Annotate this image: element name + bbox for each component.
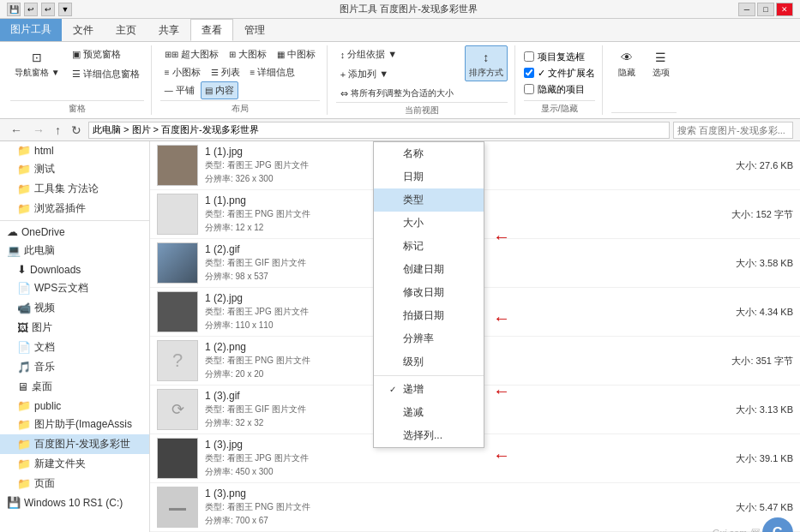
sort-by-size[interactable]: 大小 [374,212,484,235]
quick-access-icon[interactable]: 💾 [7,3,21,16]
options-controls: 👁 隐藏 ☰ 选项 [611,45,677,112]
preview-pane-button[interactable]: ▣ 预览窗格 [68,45,144,63]
sort-modified-label: 修改日期 [403,285,444,300]
sidebar-item-plugins[interactable]: 📁 浏览器插件 [0,199,149,218]
detail-pane-button[interactable]: ☰ 详细信息窗格 [68,65,144,83]
refresh-button[interactable]: ↻ [68,122,85,139]
computer-icon: 💻 [7,244,21,257]
hidden-items-input[interactable] [524,84,534,94]
item-checkbox-toggle[interactable]: 项目复选框 [524,51,585,63]
tab-share[interactable]: 共享 [147,19,190,41]
sidebar-item-label: html [34,145,54,157]
sidebar-item-label: 音乐 [34,360,55,374]
detail-btn[interactable]: ≡ 详细信息 [246,63,300,81]
file-item[interactable]: ▬▬ 1 (3).png 类型: 看图王 PNG 图片文件 分辨率: 700 x… [150,483,800,532]
sidebar-item-pictures[interactable]: 🖼 图片 [0,318,149,338]
minimize-button[interactable]: ─ [738,3,755,16]
navigation-pane-button[interactable]: ⊡ 导航窗格 ▼ [10,45,64,81]
sidebar-item-docs[interactable]: 📄 文档 [0,338,149,357]
sidebar-item-music[interactable]: 🎵 音乐 [0,357,149,377]
search-input[interactable] [673,122,793,139]
tab-view[interactable]: 查看 [190,19,233,41]
fit-all-cols-btn[interactable]: ⇔ 将所有列调整为合适的大小 [336,85,458,102]
medium-icon-btn[interactable]: ▦ 中图标 [273,45,320,63]
sidebar-item-video[interactable]: 📹 视频 [0,298,149,318]
address-input[interactable] [88,122,670,139]
sidebar-item-label: Downloads [30,264,81,276]
content-btn[interactable]: ▤ 内容 [201,81,238,99]
sort-by-created[interactable]: 创建日期 [374,258,484,281]
sidebar-item-label: 图片助手(ImageAssis [34,417,132,432]
item-checkbox-input[interactable] [524,51,534,62]
sidebar-item-html[interactable]: 📁 html [0,141,149,159]
tab-home[interactable]: 主页 [105,19,147,41]
extra-large-icon-btn[interactable]: ⊞⊞ 超大图标 [160,45,223,63]
sidebar-item-onedrive[interactable]: ☁ OneDrive [0,223,149,241]
sidebar-item-public[interactable]: 📁 public [0,397,149,415]
sidebar-item-page[interactable]: 📁 页面 [0,474,149,493]
large-icon-btn[interactable]: ⊞ 大图标 [225,45,271,63]
sidebar-item-toolkit[interactable]: 📁 工具集 方法论 [0,179,149,199]
sort-by-tag[interactable]: 标记 [374,235,484,258]
add-column-btn[interactable]: + 添加列 ▼ [336,65,458,83]
sidebar-item-windows[interactable]: 💾 Windows 10 RS1 (C:) [0,493,149,511]
dropdown-icon[interactable]: ▼ [58,3,72,16]
sort-by-taken[interactable]: 拍摄日期 [374,304,484,327]
undo-icon[interactable]: ↩ [24,3,38,16]
sidebar-item-this-pc[interactable]: 💻 此电脑 [0,241,149,260]
file-ext-toggle[interactable]: ✓ 文件扩展名 [524,67,595,80]
file-ext-label: ✓ 文件扩展名 [538,67,595,80]
tile-icon: — [165,86,173,95]
hidden-items-label: 隐藏的项目 [538,83,585,96]
tab-manage[interactable]: 管理 [233,19,276,41]
sidebar-item-baidu[interactable]: 📁 百度图片-发现多彩世 [0,434,149,454]
file-info: 1 (3).png 类型: 看图王 PNG 图片文件 分辨率: 700 x 67 [205,487,722,527]
group-by-btn[interactable]: ↕ 分组依据 ▼ [336,45,458,63]
forward-button[interactable]: → [29,122,48,139]
drive-icon: 💾 [7,496,21,509]
main-layout: 📁 html 📁 测试 📁 工具集 方法论 📁 浏览器插件 ☁ OneDrive… [0,141,800,532]
sort-desc-label: 递减 [403,405,424,420]
sidebar-item-wps[interactable]: 📄 WPS云文档 [0,278,149,298]
sidebar-item-test[interactable]: 📁 测试 [0,159,149,179]
window-controls: ─ □ ✕ [738,3,793,16]
view-controls: ↕ 分组依据 ▼ + 添加列 ▼ ⇔ 将所有列调整为合适的大小 ↕ [336,45,508,102]
sort-by-button[interactable]: ↕ 排序方式 [465,45,508,81]
sidebar-item-desktop[interactable]: 🖥 桌面 [0,377,149,397]
maximize-button[interactable]: □ [757,3,774,16]
sidebar-item-label: Windows 10 RS1 (C:) [24,497,123,509]
file-ext-input[interactable] [524,68,534,78]
hide-selected-button[interactable]: 👁 隐藏 [611,45,642,81]
list-icon: ☰ [211,68,219,77]
redo-icon[interactable]: ↩ [41,3,55,16]
sidebar-item-downloads[interactable]: ⬇ Downloads [0,260,149,278]
sort-asc[interactable]: ✓ 递增 [374,378,484,401]
sidebar-item-newfolder[interactable]: 📁 新建文件夹 [0,454,149,474]
sidebar-item-label: 视频 [34,301,55,315]
small-icon-btn[interactable]: ≡ 小图标 [160,63,205,81]
sort-by-modified[interactable]: 修改日期 [374,281,484,304]
sort-by-resolution[interactable]: 分辨率 [374,327,484,350]
tile-btn[interactable]: — 平铺 [160,81,199,99]
sort-choose-cols[interactable]: 选择列... [374,424,484,447]
video-icon: 📹 [17,302,31,314]
back-button[interactable]: ← [7,122,26,139]
folder-options-button[interactable]: ☰ 选项 [646,45,677,81]
hidden-items-toggle[interactable]: 隐藏的项目 [524,83,585,96]
file-size: 大小: 27.6 KB [722,159,793,172]
sort-desc[interactable]: 递减 [374,401,484,424]
close-button[interactable]: ✕ [776,3,793,16]
sort-by-rating[interactable]: 级别 [374,350,484,374]
sidebar-item-label: 工具集 方法论 [34,182,99,196]
content-icon: ▤ [205,86,213,95]
sort-by-type[interactable]: 类型 [374,188,484,212]
sort-by-name[interactable]: 名称 [374,142,484,165]
tab-file[interactable]: 文件 [62,19,105,41]
sort-by-date[interactable]: 日期 [374,165,484,188]
list-btn[interactable]: ☰ 列表 [207,63,244,81]
layout-section-label: 布局 [160,100,320,115]
sidebar-item-label: 桌面 [32,380,52,394]
sidebar-item-imageassist[interactable]: 📁 图片助手(ImageAssis [0,415,149,434]
sidebar-item-label: 新建文件夹 [34,457,86,471]
up-button[interactable]: ↑ [51,122,64,139]
